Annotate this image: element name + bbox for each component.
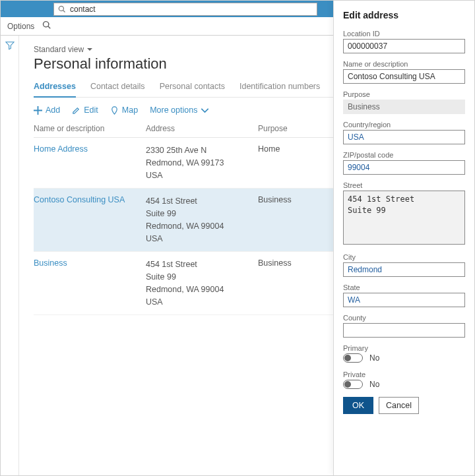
state-label: State bbox=[343, 283, 465, 291]
cancel-button[interactable]: Cancel bbox=[379, 397, 419, 414]
row-name-link[interactable]: Business bbox=[34, 258, 146, 308]
zip-label: ZIP/postal code bbox=[343, 151, 465, 159]
row-purpose: Business bbox=[258, 195, 317, 245]
private-label: Private bbox=[343, 371, 465, 378]
state-input[interactable] bbox=[343, 293, 465, 307]
col-name[interactable]: Name or description bbox=[34, 124, 146, 133]
street-input[interactable] bbox=[343, 191, 465, 245]
filter-icon[interactable] bbox=[5, 41, 15, 475]
edit-button[interactable]: Edit bbox=[72, 105, 98, 115]
map-pin-icon bbox=[110, 106, 119, 115]
row-address: 454 1st StreetSuite 99Redmond, WA 99004U… bbox=[146, 195, 258, 245]
row-purpose: Home bbox=[258, 144, 317, 181]
city-input[interactable] bbox=[343, 262, 465, 277]
row-name-link[interactable]: Contoso Consulting USA bbox=[34, 195, 146, 245]
panel-title: Edit address bbox=[343, 10, 465, 20]
zip-input[interactable] bbox=[343, 160, 465, 175]
pencil-icon bbox=[72, 106, 80, 115]
name-input[interactable] bbox=[343, 69, 465, 84]
global-search[interactable] bbox=[53, 3, 317, 16]
edit-address-panel: Edit address Location ID Name or descrip… bbox=[333, 1, 474, 475]
row-purpose: Business bbox=[258, 258, 317, 308]
tab-contact-details[interactable]: Contact details bbox=[90, 82, 145, 97]
primary-toggle[interactable] bbox=[343, 353, 363, 363]
row-name-link[interactable]: Home Address bbox=[34, 144, 146, 181]
svg-point-0 bbox=[113, 108, 115, 110]
county-label: County bbox=[343, 314, 465, 322]
private-toggle[interactable] bbox=[343, 380, 363, 389]
location-id-label: Location ID bbox=[343, 30, 465, 38]
tab-addresses[interactable]: Addresses bbox=[34, 82, 76, 98]
col-address[interactable]: Address bbox=[146, 124, 258, 133]
tab-personal-contacts[interactable]: Personal contacts bbox=[160, 82, 225, 97]
search-icon bbox=[58, 5, 66, 13]
plus-icon bbox=[34, 106, 42, 115]
country-label: Country/region bbox=[343, 121, 465, 129]
more-options-button[interactable]: More options bbox=[150, 105, 209, 115]
primary-label: Primary bbox=[343, 344, 465, 352]
options-menu[interactable]: Options bbox=[7, 22, 34, 31]
chevron-down-icon bbox=[86, 46, 93, 53]
add-button[interactable]: Add bbox=[34, 105, 60, 115]
city-label: City bbox=[343, 253, 465, 261]
col-purpose[interactable]: Purpose bbox=[258, 124, 317, 133]
purpose-label: Purpose bbox=[343, 90, 465, 98]
filter-rail bbox=[1, 36, 19, 475]
location-id-input[interactable] bbox=[343, 39, 465, 53]
purpose-value[interactable]: Business bbox=[343, 100, 465, 114]
row-address: 454 1st StreetSuite 99Redmond, WA 99004U… bbox=[146, 258, 258, 308]
county-input[interactable] bbox=[343, 323, 465, 338]
ok-button[interactable]: OK bbox=[343, 397, 373, 414]
chevron-down-icon bbox=[201, 106, 209, 115]
private-value: No bbox=[369, 380, 379, 389]
street-label: Street bbox=[343, 181, 465, 189]
primary-value: No bbox=[369, 353, 379, 363]
country-input[interactable] bbox=[343, 130, 465, 144]
cmdbar-search-icon[interactable] bbox=[42, 20, 51, 32]
view-label-text: Standard view bbox=[34, 45, 84, 54]
tab-identification-numbers[interactable]: Identification numbers bbox=[239, 82, 320, 97]
name-label: Name or description bbox=[343, 60, 465, 68]
map-button[interactable]: Map bbox=[110, 105, 138, 115]
row-address: 2330 25th Ave NRedmond, WA 99173USA bbox=[146, 144, 258, 181]
search-input[interactable] bbox=[70, 5, 313, 14]
